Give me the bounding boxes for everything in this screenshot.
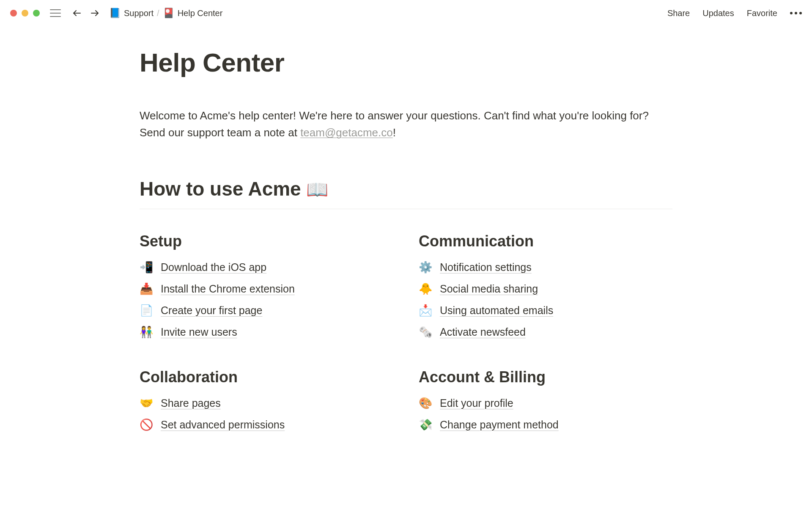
- breadcrumb-item-support[interactable]: 📘 Support: [109, 8, 154, 19]
- envelope-icon: 📩: [419, 304, 434, 317]
- link-label: Change payment method: [440, 419, 559, 431]
- window-controls: [10, 10, 40, 17]
- breadcrumb-item-help-center[interactable]: 🎴 Help Center: [163, 8, 223, 19]
- favorite-button[interactable]: Favorite: [747, 8, 777, 18]
- column-title-communication: Communication: [419, 232, 672, 250]
- link-label: Invite new users: [161, 326, 237, 338]
- topbar-actions: Share Updates Favorite: [667, 8, 802, 18]
- book-icon: 📘: [109, 8, 121, 19]
- intro-paragraph: Welcome to Acme's help center! We're her…: [140, 107, 672, 141]
- card-icon: 🎴: [163, 8, 174, 19]
- window-zoom-icon[interactable]: [33, 10, 40, 17]
- list-item[interactable]: 🚫 Set advanced permissions: [140, 418, 393, 431]
- column-collaboration: Collaboration 🤝 Share pages 🚫 Set advanc…: [140, 368, 393, 440]
- updates-button[interactable]: Updates: [702, 8, 734, 18]
- newspaper-icon: 🗞️: [419, 326, 434, 339]
- support-email-link[interactable]: team@getacme.co: [300, 126, 393, 139]
- list-item[interactable]: 🤝 Share pages: [140, 397, 393, 410]
- share-button[interactable]: Share: [667, 8, 690, 18]
- list-item[interactable]: 🐥 Social media sharing: [419, 282, 672, 295]
- open-book-icon: 📖: [306, 179, 328, 199]
- arrow-right-icon: [90, 8, 100, 18]
- nav-arrows: [71, 7, 101, 19]
- list-item[interactable]: 👫 Invite new users: [140, 326, 393, 339]
- link-label: Create your first page: [161, 304, 262, 317]
- sidebar-toggle-icon[interactable]: [50, 9, 61, 17]
- list-item[interactable]: 🗞️ Activate newsfeed: [419, 326, 672, 339]
- window-minimize-icon[interactable]: [22, 10, 28, 17]
- arrow-left-icon: [72, 8, 82, 18]
- more-menu-icon[interactable]: [790, 12, 802, 14]
- list-item[interactable]: 💸 Change payment method: [419, 418, 672, 431]
- handshake-icon: 🤝: [140, 397, 155, 410]
- window-close-icon[interactable]: [10, 10, 17, 17]
- link-label: Using automated emails: [440, 304, 553, 317]
- topbar: 📘 Support / 🎴 Help Center Share Updates …: [0, 0, 812, 26]
- breadcrumb: 📘 Support / 🎴 Help Center: [109, 8, 222, 19]
- column-setup: Setup 📲 Download the iOS app 📥 Install t…: [140, 232, 393, 347]
- column-account-billing: Account & Billing 🎨 Edit your profile 💸 …: [419, 368, 672, 440]
- list-item[interactable]: 📥 Install the Chrome extension: [140, 282, 393, 295]
- link-label: Share pages: [161, 397, 221, 409]
- page-icon: 📄: [140, 304, 155, 317]
- mobile-download-icon: 📲: [140, 261, 155, 274]
- link-label: Set advanced permissions: [161, 419, 285, 431]
- page-title: Help Center: [140, 47, 672, 77]
- intro-text-tail: !: [393, 126, 396, 139]
- help-topics-grid: Setup 📲 Download the iOS app 📥 Install t…: [140, 232, 672, 440]
- link-label: Download the iOS app: [161, 261, 266, 273]
- page-content: Help Center Welcome to Acme's help cente…: [110, 26, 702, 440]
- link-label: Edit your profile: [440, 397, 513, 409]
- breadcrumb-label: Support: [124, 8, 154, 18]
- list-item[interactable]: 🎨 Edit your profile: [419, 397, 672, 410]
- section-heading-text: How to use Acme: [140, 178, 306, 200]
- column-title-setup: Setup: [140, 232, 393, 250]
- column-communication: Communication ⚙️ Notification settings 🐥…: [419, 232, 672, 347]
- palette-icon: 🎨: [419, 397, 434, 410]
- column-title-account-billing: Account & Billing: [419, 368, 672, 386]
- column-title-collaboration: Collaboration: [140, 368, 393, 386]
- list-item[interactable]: 📄 Create your first page: [140, 304, 393, 317]
- bird-icon: 🐥: [419, 282, 434, 295]
- people-icon: 👫: [140, 326, 155, 339]
- forward-button[interactable]: [89, 7, 101, 19]
- list-item[interactable]: ⚙️ Notification settings: [419, 261, 672, 274]
- divider: [140, 209, 672, 209]
- money-icon: 💸: [419, 418, 434, 431]
- link-label: Notification settings: [440, 261, 532, 273]
- back-button[interactable]: [71, 7, 83, 19]
- list-item[interactable]: 📩 Using automated emails: [419, 304, 672, 317]
- section-heading: How to use Acme 📖: [140, 177, 672, 200]
- breadcrumb-separator: /: [157, 8, 159, 18]
- list-item[interactable]: 📲 Download the iOS app: [140, 261, 393, 274]
- link-label: Install the Chrome extension: [161, 283, 295, 295]
- breadcrumb-label: Help Center: [178, 8, 223, 18]
- inbox-download-icon: 📥: [140, 282, 155, 295]
- link-label: Activate newsfeed: [440, 326, 526, 338]
- link-label: Social media sharing: [440, 283, 538, 295]
- gear-icon: ⚙️: [419, 261, 434, 274]
- no-entry-icon: 🚫: [140, 418, 155, 431]
